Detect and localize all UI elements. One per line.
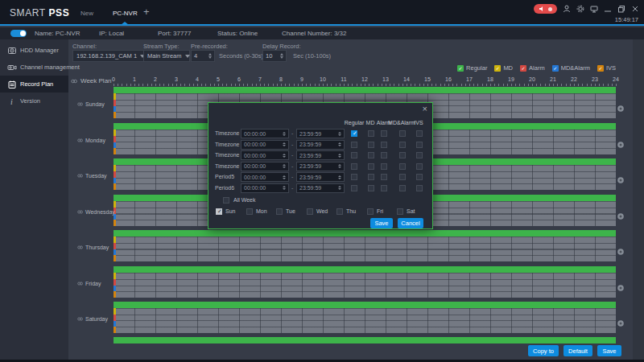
spinner-arrows-icon[interactable] [338, 154, 341, 158]
spinner-arrows-icon[interactable] [283, 186, 286, 190]
device-toggle[interactable] [10, 30, 27, 37]
gear-icon[interactable] [576, 5, 584, 13]
user-icon[interactable] [563, 5, 571, 13]
monitor-icon[interactable] [590, 5, 598, 13]
row-config-icon[interactable] [617, 281, 625, 289]
type-checkbox-alarm-timezone-1[interactable] [381, 130, 387, 137]
type-checkbox-regular-timezone-4[interactable] [351, 163, 357, 170]
type-checkbox-regular-timezone-1[interactable] [351, 130, 357, 137]
alarm-badge[interactable] [534, 4, 557, 14]
type-checkbox-regular-period5[interactable] [351, 174, 357, 180]
day-checkbox-sat[interactable] [397, 208, 403, 215]
sidebar-item-channel-management[interactable]: Channel management [0, 59, 68, 76]
type-checkbox-alarm-timezone-4[interactable] [381, 163, 387, 170]
spinner-arrows-icon[interactable] [338, 175, 341, 179]
type-checkbox-md-timezone-4[interactable] [368, 163, 374, 170]
tab-new[interactable]: New [80, 10, 93, 17]
day-checkbox-fri[interactable] [367, 208, 374, 215]
type-checkbox-md-timezone-3[interactable] [368, 152, 374, 158]
dialog-cancel-button[interactable]: Cancel [398, 218, 423, 228]
record-bar[interactable] [114, 230, 616, 237]
week-plan-record-bar[interactable] [114, 87, 616, 93]
time-end-input-timezone-2[interactable]: 23:59:59 [296, 140, 345, 150]
type-checkbox-md-alarm-period6[interactable] [399, 185, 406, 191]
type-checkbox-md-alarm-timezone-4[interactable] [399, 163, 406, 170]
spinner-arrows-icon[interactable] [283, 132, 286, 136]
spinner-arrows-icon[interactable] [283, 154, 286, 158]
footer-button-default[interactable]: Default [564, 345, 592, 356]
add-tab-button[interactable]: + [143, 8, 150, 16]
row-config-icon[interactable] [617, 173, 625, 181]
row-config-icon[interactable] [617, 101, 625, 109]
spinner-arrows-icon[interactable] [338, 142, 341, 146]
time-end-input-period6[interactable]: 23:59:59 [296, 183, 345, 193]
time-start-input-timezone-4[interactable]: 00:00:00 [241, 162, 289, 171]
type-checkbox-ivs-period5[interactable] [416, 174, 423, 180]
day-checkbox-mon[interactable] [246, 208, 253, 215]
type-checkbox-ivs-timezone-3[interactable] [416, 152, 423, 158]
dialog-close-icon[interactable]: × [423, 104, 427, 113]
type-checkbox-regular-timezone-2[interactable] [351, 142, 357, 148]
record-bar[interactable] [114, 337, 616, 343]
time-start-input-timezone-1[interactable]: 00:00:00 [241, 129, 289, 138]
type-checkbox-ivs-timezone-1[interactable] [416, 130, 423, 137]
sidebar-item-record-plan[interactable]: Record Plan [0, 76, 68, 93]
spinner-arrows-icon[interactable] [338, 132, 341, 136]
close-icon[interactable] [631, 5, 639, 13]
spinner-arrows-icon[interactable] [280, 53, 283, 59]
type-checkbox-ivs-timezone-4[interactable] [416, 163, 423, 170]
tab-pc-nvr[interactable]: PC-NVR [113, 10, 138, 17]
type-checkbox-md-alarm-timezone-1[interactable] [399, 130, 406, 137]
restore-icon[interactable] [617, 5, 625, 13]
day-checkbox-tue[interactable] [276, 208, 283, 215]
spinner-arrows-icon[interactable] [283, 164, 286, 168]
spinner-arrows-icon[interactable] [283, 175, 286, 179]
type-checkbox-md-period6[interactable] [368, 185, 374, 191]
delay-record-stepper[interactable]: 10 [262, 50, 287, 62]
time-end-input-timezone-3[interactable]: 23:59:59 [296, 150, 345, 160]
day-grid-saturday[interactable] [114, 308, 616, 333]
type-checkbox-md-alarm-timezone-2[interactable] [399, 142, 406, 148]
spinner-arrows-icon[interactable] [283, 142, 286, 146]
type-checkbox-md-timezone-1[interactable] [368, 130, 374, 137]
day-checkbox-sun[interactable] [216, 208, 222, 215]
type-checkbox-regular-period6[interactable] [351, 185, 357, 191]
channel-select[interactable]: 192.168.2.139_CAM 1 [72, 50, 145, 62]
record-bar[interactable] [114, 266, 616, 273]
sidebar-item-version[interactable]: iVersion [0, 93, 68, 109]
day-checkbox-thu[interactable] [336, 208, 343, 215]
time-start-input-timezone-3[interactable]: 00:00:00 [241, 150, 289, 160]
day-grid-thursday[interactable] [114, 237, 616, 261]
type-checkbox-md-alarm-timezone-3[interactable] [399, 152, 406, 158]
prerecord-stepper[interactable]: 4 [191, 50, 215, 62]
day-checkbox-wed[interactable] [307, 208, 313, 215]
all-week-checkbox[interactable] [223, 197, 229, 204]
time-start-input-timezone-2[interactable]: 00:00:00 [241, 140, 289, 150]
time-end-input-period5[interactable]: 23:59:59 [296, 172, 345, 182]
type-checkbox-alarm-timezone-3[interactable] [381, 152, 387, 158]
spinner-arrows-icon[interactable] [338, 186, 341, 190]
type-checkbox-regular-timezone-3[interactable] [351, 152, 357, 158]
type-checkbox-md-timezone-2[interactable] [368, 142, 374, 148]
row-config-icon[interactable] [617, 138, 625, 146]
row-config-icon[interactable] [617, 245, 625, 253]
time-end-input-timezone-4[interactable]: 23:59:59 [296, 162, 345, 171]
time-end-input-timezone-1[interactable]: 23:59:59 [296, 129, 345, 138]
time-start-input-period5[interactable]: 00:00:00 [241, 172, 289, 182]
record-bar[interactable] [114, 302, 616, 308]
time-start-input-period6[interactable]: 00:00:00 [241, 183, 289, 193]
spinner-arrows-icon[interactable] [208, 53, 212, 59]
footer-button-copy-to[interactable]: Copy to [528, 345, 559, 356]
type-checkbox-md-period5[interactable] [368, 174, 374, 180]
type-checkbox-alarm-period5[interactable] [381, 174, 387, 180]
day-grid-friday[interactable] [114, 273, 616, 298]
row-config-icon[interactable] [617, 209, 625, 217]
row-config-icon[interactable] [617, 316, 625, 324]
type-checkbox-ivs-timezone-2[interactable] [416, 142, 423, 148]
minimize-icon[interactable] [604, 5, 612, 13]
spinner-arrows-icon[interactable] [338, 164, 341, 168]
type-checkbox-ivs-period6[interactable] [416, 185, 423, 191]
stream-type-select[interactable]: Main Stream [143, 50, 190, 62]
dialog-save-button[interactable]: Save [370, 218, 393, 228]
type-checkbox-alarm-period6[interactable] [381, 185, 387, 191]
